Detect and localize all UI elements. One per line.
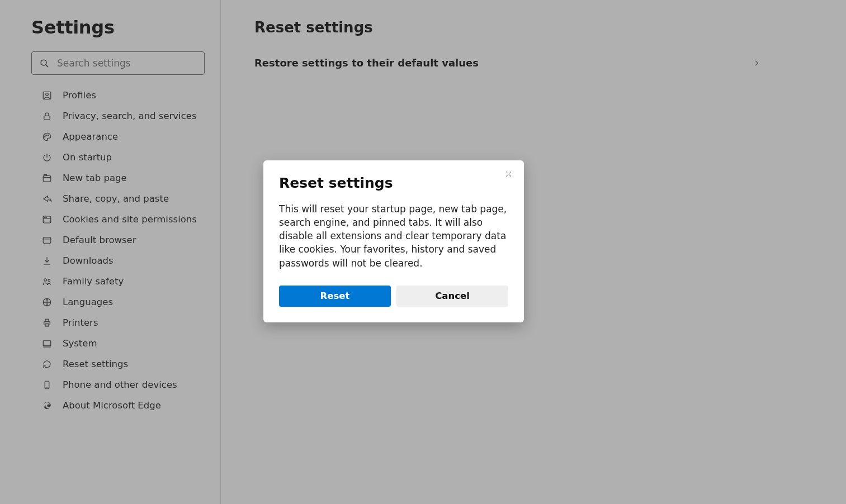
sidebar-item-label: Downloads (63, 255, 114, 266)
sidebar-item-family[interactable]: Family safety (31, 271, 205, 292)
search-settings-box[interactable] (31, 51, 205, 75)
phone-icon (41, 380, 53, 390)
sidebar-title: Settings (31, 17, 205, 38)
settings-sidebar: Settings Profiles Privacy, search, and s… (0, 0, 221, 504)
sidebar-item-profiles[interactable]: Profiles (31, 85, 205, 106)
dialog-body-text: This will reset your startup page, new t… (279, 202, 508, 270)
dialog-title: Reset settings (279, 175, 508, 191)
power-icon (41, 153, 53, 163)
svg-rect-8 (43, 175, 51, 182)
restore-defaults-row[interactable]: Restore settings to their default values (254, 53, 760, 73)
svg-rect-21 (45, 319, 49, 322)
palette-icon (41, 132, 53, 142)
svg-point-17 (44, 278, 47, 281)
browser-icon (41, 235, 53, 245)
svg-point-5 (45, 136, 46, 137)
sidebar-item-label: Appearance (63, 131, 118, 142)
sidebar-item-phone[interactable]: Phone and other devices (31, 374, 205, 395)
sidebar-item-label: New tab page (63, 173, 127, 183)
sidebar-item-about[interactable]: About Microsoft Edge (31, 395, 205, 416)
sidebar-item-cookies[interactable]: Cookies and site permissions (31, 209, 205, 230)
reset-settings-dialog: Reset settings This will reset your star… (263, 160, 524, 322)
profile-icon (41, 91, 53, 101)
svg-point-13 (45, 217, 45, 217)
sidebar-item-downloads[interactable]: Downloads (31, 250, 205, 271)
sidebar-item-label: Printers (63, 317, 98, 328)
family-icon (41, 277, 53, 287)
sidebar-item-label: Family safety (63, 276, 124, 287)
svg-rect-10 (44, 174, 47, 175)
search-icon (40, 59, 49, 68)
share-icon (41, 194, 53, 204)
sidebar-item-privacy[interactable]: Privacy, search, and services (31, 106, 205, 126)
globe-icon (41, 297, 53, 307)
reset-icon (41, 359, 53, 369)
sidebar-item-languages[interactable]: Languages (31, 292, 205, 312)
sidebar-item-label: Share, copy, and paste (63, 193, 169, 204)
download-icon (41, 256, 53, 266)
svg-point-14 (46, 217, 46, 217)
sidebar-item-label: System (63, 338, 97, 349)
svg-rect-4 (44, 116, 50, 120)
sidebar-item-reset[interactable]: Reset settings (31, 354, 205, 374)
sidebar-item-label: Phone and other devices (63, 379, 177, 390)
sidebar-item-default-browser[interactable]: Default browser (31, 230, 205, 250)
svg-point-7 (48, 135, 49, 136)
edge-icon (41, 401, 53, 411)
sidebar-item-label: Profiles (63, 90, 96, 101)
sidebar-item-printers[interactable]: Printers (31, 312, 205, 333)
restore-defaults-label: Restore settings to their default values (254, 57, 479, 69)
reset-button[interactable]: Reset (279, 286, 391, 307)
permissions-icon (41, 215, 53, 225)
sidebar-item-label: Default browser (63, 235, 136, 245)
system-icon (41, 339, 53, 349)
svg-rect-23 (43, 340, 51, 345)
sidebar-item-share[interactable]: Share, copy, and paste (31, 188, 205, 209)
page-title: Reset settings (254, 19, 760, 36)
sidebar-item-label: About Microsoft Edge (63, 400, 161, 411)
svg-point-6 (46, 135, 47, 136)
printer-icon (41, 318, 53, 328)
sidebar-item-label: Languages (63, 297, 113, 307)
svg-line-1 (46, 64, 48, 66)
svg-point-0 (41, 60, 46, 65)
sidebar-item-newtab[interactable]: New tab page (31, 168, 205, 188)
svg-point-3 (46, 93, 49, 96)
sidebar-nav: Profiles Privacy, search, and services A… (31, 85, 205, 416)
sidebar-item-system[interactable]: System (31, 333, 205, 354)
sidebar-item-appearance[interactable]: Appearance (31, 126, 205, 147)
tab-icon (41, 173, 53, 183)
svg-rect-15 (43, 237, 51, 243)
dialog-close-button[interactable] (503, 168, 514, 179)
sidebar-item-label: Cookies and site permissions (63, 214, 197, 225)
sidebar-item-label: On startup (63, 152, 112, 163)
chevron-right-icon (753, 59, 760, 67)
sidebar-item-label: Privacy, search, and services (63, 111, 197, 121)
svg-point-18 (48, 279, 50, 281)
cancel-button[interactable]: Cancel (396, 286, 508, 307)
sidebar-item-startup[interactable]: On startup (31, 147, 205, 168)
lock-icon (41, 111, 53, 121)
sidebar-item-label: Reset settings (63, 359, 128, 369)
search-input[interactable] (57, 58, 196, 69)
svg-rect-20 (44, 321, 50, 325)
dialog-actions: Reset Cancel (279, 286, 508, 307)
